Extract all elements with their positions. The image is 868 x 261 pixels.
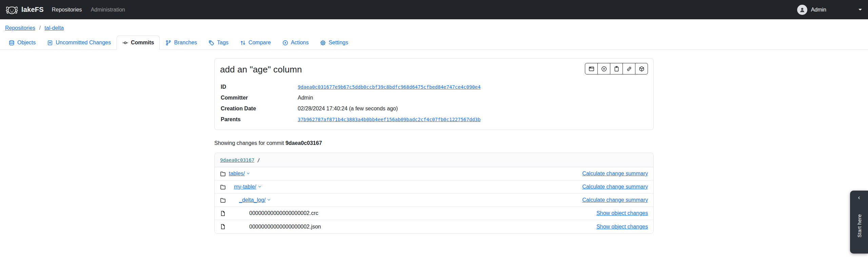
tab-label: Objects <box>17 40 36 46</box>
tab-label: Branches <box>174 40 197 46</box>
breadcrumb-separator: / <box>39 25 40 31</box>
path-suffix: / <box>254 157 260 163</box>
compare-icon <box>240 40 246 46</box>
cube-button[interactable] <box>635 63 648 74</box>
tab-label: Settings <box>329 40 348 46</box>
browser-window-button[interactable] <box>585 63 598 74</box>
tab-tags[interactable]: Tags <box>203 36 234 50</box>
repo-tabs: ObjectsUncommitted ChangesCommitsBranche… <box>0 36 868 50</box>
tree-folder-row: my-table/Calculate change summary <box>215 180 653 194</box>
play-circle-icon <box>282 40 288 46</box>
folder-link[interactable]: tables/ <box>229 171 245 176</box>
parents-hash-link[interactable]: 37b962787af871b4c3883a4b0bb4eef156ab09ba… <box>298 117 480 122</box>
folder-icon <box>220 184 226 190</box>
tab-objects[interactable]: Objects <box>3 36 41 50</box>
top-navbar: lakeFS Repositories Administration Admin <box>0 0 868 19</box>
changes-tree: tables/Calculate change summarymy-table/… <box>215 167 653 233</box>
file-icon <box>220 211 226 216</box>
link-icon <box>626 66 632 72</box>
show-object-changes-link[interactable]: Show object changes <box>596 224 648 230</box>
field-parents: Parents37b962787af871b4c3883a4b0bb4eef15… <box>220 114 483 125</box>
calculate-change-summary-link[interactable]: Calculate change summary <box>582 184 648 190</box>
chevron-left-icon: ‹ <box>858 194 860 200</box>
database-icon <box>9 40 15 46</box>
nav-repositories[interactable]: Repositories <box>49 4 85 16</box>
breadcrumb-repo-link[interactable]: tal-delta <box>44 25 64 31</box>
file-icon <box>220 224 226 230</box>
tab-settings[interactable]: Settings <box>314 36 354 50</box>
tree-folder-row: _delta_log/Calculate change summary <box>215 194 653 207</box>
changes-path-header: 9daea0c03167 / <box>215 153 653 167</box>
folder-icon <box>220 197 226 203</box>
tree-file-row: 00000000000000000002.crcShow object chan… <box>215 207 653 220</box>
user-name: Admin <box>811 7 826 13</box>
tab-label: Uncommitted Changes <box>56 40 111 46</box>
calculate-change-summary-link[interactable]: Calculate change summary <box>582 197 648 203</box>
committer-value: Admin <box>298 95 313 101</box>
lakefs-brand[interactable]: lakeFS <box>3 4 46 15</box>
tab-uncommitted-changes[interactable]: Uncommitted Changes <box>41 36 117 50</box>
clipboard-icon <box>614 66 619 72</box>
field-label: Committer <box>220 92 295 103</box>
calculate-change-summary-link[interactable]: Calculate change summary <box>582 171 648 177</box>
lakefs-axolotl-logo-icon <box>5 4 18 15</box>
user-menu-dropdown[interactable]: Admin <box>797 5 865 15</box>
brand-title: lakeFS <box>21 6 44 14</box>
show-object-changes-link[interactable]: Show object changes <box>596 210 648 216</box>
caret-down-icon <box>859 9 862 10</box>
user-avatar <box>797 5 807 15</box>
gear-icon <box>320 40 326 46</box>
clipboard-button[interactable] <box>610 63 623 74</box>
start-here-label: Start here <box>856 214 862 238</box>
file-name: 00000000000000000002.crc <box>249 210 318 216</box>
commit-title: add an "age" column <box>220 64 648 75</box>
tag-icon <box>209 40 214 46</box>
commit-path-link[interactable]: 9daea0c03167 <box>220 157 254 163</box>
commit-card: add an "age" column ID9daea0c031677e9b67… <box>214 58 654 130</box>
field-id: ID9daea0c031677e9b67c5ddb0ccbf39c8bdfc96… <box>220 82 483 92</box>
chevron-down-icon[interactable] <box>258 184 262 189</box>
folder-link[interactable]: my-table/ <box>234 184 256 190</box>
breadcrumb-repositories-link[interactable]: Repositories <box>5 25 35 31</box>
play-circle-button[interactable] <box>597 63 610 74</box>
changes-summary-prefix: Showing changes for commit <box>214 140 285 146</box>
tab-commits[interactable]: Commits <box>117 36 160 50</box>
id-hash-link[interactable]: 9daea0c031677e9b67c5ddb0ccbf39c8bdfc968d… <box>298 84 480 90</box>
tree-folder-row: tables/Calculate change summary <box>215 167 653 180</box>
main-content: add an "age" column ID9daea0c031677e9b67… <box>214 58 654 234</box>
changes-summary-commit: 9daea0c03167 <box>285 140 322 146</box>
commit-icon <box>122 40 128 46</box>
browser-window-icon <box>589 66 594 72</box>
field-label: Creation Date <box>220 103 295 114</box>
tab-actions[interactable]: Actions <box>277 36 314 50</box>
commit-metadata-table: ID9daea0c031677e9b67c5ddb0ccbf39c8bdfc96… <box>220 82 483 125</box>
tab-compare[interactable]: Compare <box>234 36 277 50</box>
branch-icon <box>165 40 171 46</box>
field-label: Parents <box>220 114 295 125</box>
cube-icon <box>639 66 645 72</box>
play-circle-icon <box>601 66 607 72</box>
tab-label: Actions <box>291 40 309 46</box>
file-name: 00000000000000000002.json <box>249 224 321 230</box>
link-button[interactable] <box>623 63 635 74</box>
field-label: ID <box>220 82 295 92</box>
chevron-down-icon[interactable] <box>267 198 271 202</box>
creation-date-value: 02/28/2024 17:40:24 (a few seconds ago) <box>298 106 398 111</box>
field-committer: CommitterAdmin <box>220 92 483 103</box>
file-upload-icon <box>47 40 53 46</box>
nav-administration[interactable]: Administration <box>88 4 128 16</box>
field-creation-date: Creation Date02/28/2024 17:40:24 (a few … <box>220 103 483 114</box>
tab-branches[interactable]: Branches <box>160 36 203 50</box>
changes-card: 9daea0c03167 / tables/Calculate change s… <box>214 153 654 234</box>
folder-icon <box>220 171 226 177</box>
tab-label: Compare <box>249 40 271 46</box>
breadcrumb: Repositories / tal-delta <box>0 19 868 36</box>
tree-file-row: 00000000000000000002.jsonShow object cha… <box>215 220 653 233</box>
chevron-down-icon[interactable] <box>246 171 250 175</box>
tab-label: Tags <box>217 40 229 46</box>
changes-summary-line: Showing changes for commit 9daea0c03167 <box>214 140 654 146</box>
folder-link[interactable]: _delta_log/ <box>239 197 265 203</box>
commit-toolbar <box>585 63 648 74</box>
tab-label: Commits <box>131 40 154 46</box>
start-here-tab[interactable]: ‹ Start here <box>850 191 868 254</box>
